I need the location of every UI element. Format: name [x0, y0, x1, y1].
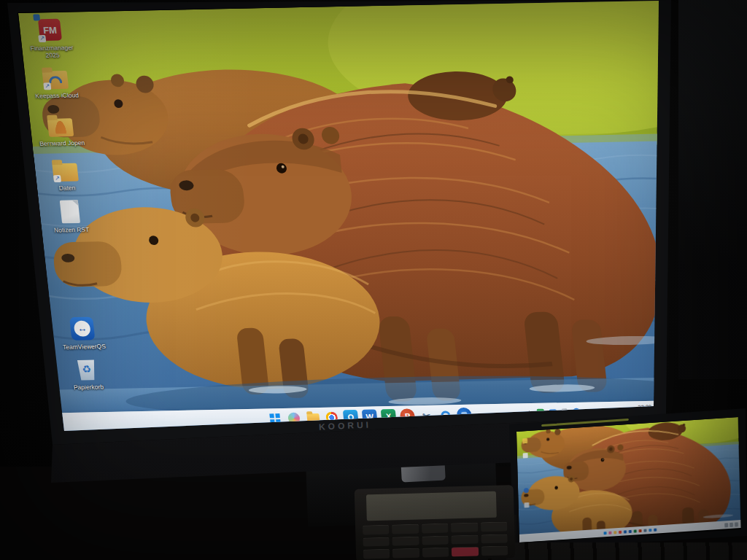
calculator-key [452, 534, 479, 545]
calculator-key [451, 522, 478, 532]
calculator-key [422, 535, 449, 545]
calculator-key [481, 546, 508, 556]
keyboard-keys [506, 542, 747, 560]
mini-desktop-icon[interactable] [523, 453, 528, 458]
mini-taskbar-icon[interactable] [619, 530, 622, 533]
shortcut-arrow-icon [43, 82, 51, 90]
calculator-key [481, 521, 508, 532]
notizen-rst-icon [55, 198, 85, 225]
mini-desktop-icon[interactable] [522, 438, 527, 443]
calculator-key [363, 537, 390, 547]
mini-taskbar-icon[interactable] [629, 529, 632, 532]
mini-taskbar-icon[interactable] [654, 528, 657, 531]
desktop-icon-label: Papierkorb [63, 384, 115, 392]
teamviewerqs-icon [68, 315, 97, 341]
desktop-icon-label: Bernward Jopen [36, 140, 88, 148]
calculator-key [392, 524, 419, 534]
calculator-key [392, 536, 419, 546]
calculator-key [422, 548, 449, 558]
desktop-icon-daten[interactable]: Daten [39, 156, 91, 192]
desktop-icon-notizen-rst[interactable]: Notizen RST [44, 198, 96, 235]
calculator-key [452, 547, 479, 557]
desktop-icon-bernward-jopen[interactable]: Bernward Jopen [35, 112, 87, 148]
mini-taskbar-icon[interactable] [643, 529, 646, 532]
desktop-wallpaper-capybaras [18, 0, 704, 432]
calculator-key [481, 534, 508, 544]
desktop-icon-label: Finanzmanager 2025 [26, 44, 79, 60]
mini-taskbar-icon[interactable] [624, 530, 627, 533]
desktop-icon-teamviewerqs[interactable]: TeamViewerQS [57, 315, 109, 351]
desktop-icon-finanzmanager[interactable]: FMFinanzmanager 2025 [25, 16, 77, 59]
desktop-icon-label: Notizen RST [46, 226, 98, 234]
shortcut-arrow-icon [53, 175, 61, 182]
mini-taskbar-icon[interactable] [649, 529, 651, 532]
calculator-key [422, 524, 449, 534]
papierkorb-icon [72, 356, 101, 382]
secondary-tray [724, 522, 738, 527]
background-object [678, 0, 747, 379]
sync-badge-icon [33, 14, 40, 20]
mini-taskbar-icon[interactable] [614, 531, 616, 534]
user-emblem-icon [54, 120, 67, 133]
mini-taskbar-icon[interactable] [639, 529, 642, 532]
calculator [355, 485, 516, 560]
mini-taskbar-icon[interactable] [608, 531, 611, 534]
calculator-key [363, 525, 390, 535]
keepass-icloud-icon [41, 64, 70, 90]
mini-taskbar-icon[interactable] [634, 529, 637, 532]
desktop-icon-label: Keepass iCloud [31, 92, 83, 100]
teamviewer-arrows-icon [74, 321, 91, 337]
bernward-jopen-icon [46, 112, 75, 138]
photo-of-desk-setup: FMFinanzmanager 2025Keepass iCloudBernwa… [0, 0, 747, 560]
desktop-icon-papierkorb[interactable]: Papierkorb [61, 356, 113, 392]
shortcut-arrow-icon [38, 35, 46, 42]
finanzmanager-icon: FM [36, 17, 65, 43]
mini-taskbar-icon[interactable] [604, 532, 607, 534]
calculator-key [363, 549, 390, 559]
start-icon [269, 413, 274, 418]
secondary-wallpaper-capybaras [516, 417, 741, 534]
calculator-key [392, 548, 419, 559]
desktop-icon-label: TeamViewerQS [58, 343, 110, 351]
rainbow-emblem-icon [48, 76, 62, 83]
calculator-display [366, 491, 497, 521]
desktop-icon-label: Daten [42, 184, 93, 192]
mini-desktop-icon[interactable] [524, 502, 529, 508]
daten-icon [50, 157, 80, 183]
calculator-keys [363, 521, 508, 559]
desktop-icon-keepass-icloud[interactable]: Keepass iCloud [30, 64, 82, 101]
